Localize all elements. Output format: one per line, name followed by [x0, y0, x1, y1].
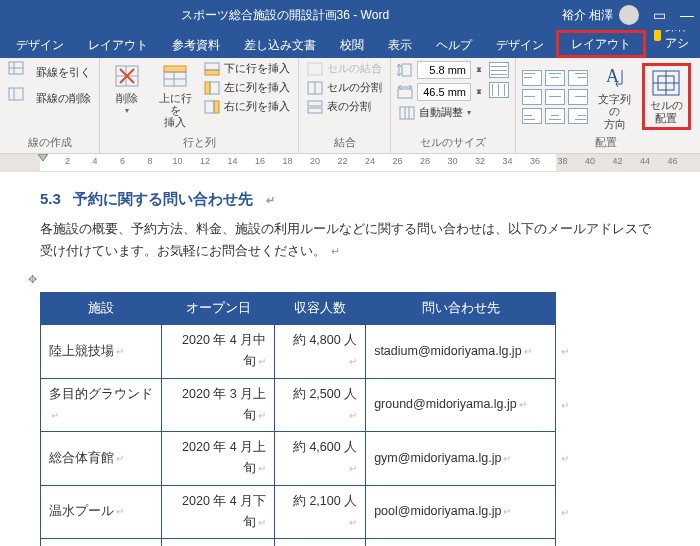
pilcrow-icon: ↵: [330, 245, 341, 257]
pencil-icon: [8, 61, 32, 83]
table-cell[interactable]: 2020 年 4 月中旬↵: [162, 325, 275, 379]
contact-table[interactable]: 施設オープン日収容人数問い合わせ先 陸上競技場↵2020 年 4 月中旬↵約 4…: [40, 292, 556, 546]
col-width-input[interactable]: [417, 83, 471, 101]
table-header-cell[interactable]: 収容人数: [275, 292, 366, 324]
account-name: 裕介 相澤: [562, 7, 613, 24]
table-header-cell[interactable]: 問い合わせ先: [366, 292, 556, 324]
first-line-indent-icon[interactable]: [38, 154, 48, 162]
draw-borders[interactable]: 罫線を引く: [6, 60, 93, 84]
row-height[interactable]: ▲▼: [397, 60, 483, 80]
tab-layout[interactable]: レイアウト: [76, 31, 160, 58]
ruler-tick: 6: [120, 156, 125, 166]
svg-rect-3: [9, 88, 23, 100]
minimize-icon[interactable]: —: [680, 7, 692, 23]
table-header-cell[interactable]: オープン日: [162, 292, 275, 324]
table-row[interactable]: テニスコート↵2020 年 3 月上旬↵約 120 人↵tennis@midor…: [41, 539, 556, 546]
svg-rect-17: [210, 82, 219, 94]
insert-left[interactable]: 左に列を挿入: [202, 79, 292, 96]
avatar-icon: [619, 5, 639, 25]
table-header-cell[interactable]: 施設: [41, 292, 162, 324]
group-merge: セルの結合 セルの分割 表の分割 結合: [299, 58, 391, 153]
align-bot-right[interactable]: [568, 108, 588, 124]
split-cells[interactable]: セルの分割: [305, 79, 384, 96]
tab-review[interactable]: 校閲: [328, 31, 376, 58]
delete-button[interactable]: 削除 ▾: [106, 60, 148, 117]
table-cell[interactable]: 多目的グラウンド↵: [41, 378, 162, 432]
align-mid-left[interactable]: [522, 89, 542, 105]
insert-below[interactable]: 下に行を挿入: [202, 60, 292, 77]
align-bot-center[interactable]: [545, 108, 565, 124]
tab-view[interactable]: 表示: [376, 31, 424, 58]
tab-design[interactable]: デザイン: [4, 31, 76, 58]
cell-end-mark-icon: ↵: [522, 346, 532, 357]
table-row[interactable]: 温水プール↵2020 年 4 月下旬↵約 2,100 人↵pool@midori…: [41, 485, 556, 539]
align-top-center[interactable]: [545, 70, 565, 86]
align-top-right[interactable]: [568, 70, 588, 86]
ruler-tick: 4: [92, 156, 97, 166]
cell-margins-label: セルの 配置: [650, 99, 683, 123]
align-mid-center[interactable]: [545, 89, 565, 105]
tab-table-layout[interactable]: レイアウト: [556, 30, 646, 58]
tab-mailings[interactable]: 差し込み文書: [232, 31, 328, 58]
bulb-icon: [654, 29, 661, 41]
split-table[interactable]: 表の分割: [305, 98, 384, 115]
table-cell[interactable]: 2020 年 3 月上旬↵: [162, 378, 275, 432]
cell-margins-button[interactable]: セルの 配置: [646, 67, 687, 125]
group-alignment-label: 配置: [522, 133, 691, 153]
body-paragraph: 各施設の概要、予約方法、料金、施設の利用ルールなどに関する問い合わせは、以下のメ…: [40, 218, 660, 262]
table-cell[interactable]: pool@midoriyama.lg.jp↵↵: [366, 485, 556, 539]
ruler-tick: 24: [365, 156, 375, 166]
table-cell[interactable]: 約 120 人↵: [275, 539, 366, 546]
distribute-rows[interactable]: [489, 62, 509, 78]
ruler-tick: 8: [147, 156, 152, 166]
table-cell[interactable]: 約 2,100 人↵: [275, 485, 366, 539]
merge-cells[interactable]: セルの結合: [305, 60, 384, 77]
autofit[interactable]: 自動調整 ▾: [397, 104, 483, 121]
row-height-icon: [397, 63, 413, 77]
table-cell-text: stadium@midoriyama.lg.jp: [374, 344, 521, 358]
table-cell[interactable]: tennis@midoriyama.lg.jp↵↵: [366, 539, 556, 546]
insert-above-button[interactable]: 上に行を 挿入: [154, 60, 196, 130]
table-cell[interactable]: stadium@midoriyama.lg.jp↵↵: [366, 325, 556, 379]
tab-references[interactable]: 参考資料: [160, 31, 232, 58]
cell-end-mark-icon: ↵: [347, 410, 357, 421]
tab-table-design[interactable]: デザイン: [484, 31, 556, 58]
table-cell[interactable]: 2020 年 4 月上旬↵: [162, 432, 275, 486]
table-cell[interactable]: 2020 年 4 月下旬↵: [162, 485, 275, 539]
align-top-left[interactable]: [522, 70, 542, 86]
cell-end-mark-icon: ↵: [49, 410, 59, 421]
table-move-handle-icon[interactable]: ✥: [28, 273, 37, 285]
ribbon-options-icon[interactable]: ▭: [653, 7, 666, 23]
table-cell[interactable]: 温水プール↵: [41, 485, 162, 539]
insert-right[interactable]: 右に列を挿入: [202, 98, 292, 115]
table-cell[interactable]: 陸上競技場↵: [41, 325, 162, 379]
table-cell[interactable]: 約 2,500 人↵: [275, 378, 366, 432]
table-cell[interactable]: gym@midoriyama.lg.jp↵↵: [366, 432, 556, 486]
table-cell[interactable]: 約 4,800 人↵: [275, 325, 366, 379]
table-cell[interactable]: ground@midoriyama.lg.jp↵↵: [366, 378, 556, 432]
distribute-cols[interactable]: [489, 82, 509, 98]
col-width[interactable]: ▲▼: [397, 82, 483, 102]
align-mid-right[interactable]: [568, 89, 588, 105]
section-heading: 5.3 予約に関する問い合わせ先 ↵: [40, 186, 660, 212]
tab-help[interactable]: ヘルプ: [424, 31, 484, 58]
cell-end-mark-icon: ↵: [501, 506, 511, 517]
table-cell[interactable]: 約 4,600 人↵: [275, 432, 366, 486]
table-cell[interactable]: 総合体育館↵: [41, 432, 162, 486]
erase-borders[interactable]: 罫線の削除: [6, 86, 93, 110]
table-row[interactable]: 総合体育館↵2020 年 4 月上旬↵約 4,600 人↵gym@midoriy…: [41, 432, 556, 486]
table-cell[interactable]: テニスコート↵: [41, 539, 162, 546]
table-row[interactable]: 多目的グラウンド↵2020 年 3 月上旬↵約 2,500 人↵ground@m…: [41, 378, 556, 432]
align-bot-left[interactable]: [522, 108, 542, 124]
cell-end-mark-icon: ↵: [114, 506, 124, 517]
section-number: 5.3: [40, 186, 61, 212]
table-cell[interactable]: 2020 年 3 月上旬↵: [162, 539, 275, 546]
account-area[interactable]: 裕介 相澤: [562, 5, 639, 25]
split-cells-label: セルの分割: [327, 80, 382, 95]
text-direction-button[interactable]: A 文字列の 方向: [594, 61, 636, 131]
horizontal-ruler[interactable]: 2468101214161820222426283032343638404244…: [0, 154, 700, 172]
cell-end-mark-icon: ↵: [347, 517, 357, 528]
delete-icon: [113, 62, 141, 90]
table-row[interactable]: 陸上競技場↵2020 年 4 月中旬↵約 4,800 人↵stadium@mid…: [41, 325, 556, 379]
row-height-input[interactable]: [417, 61, 471, 79]
